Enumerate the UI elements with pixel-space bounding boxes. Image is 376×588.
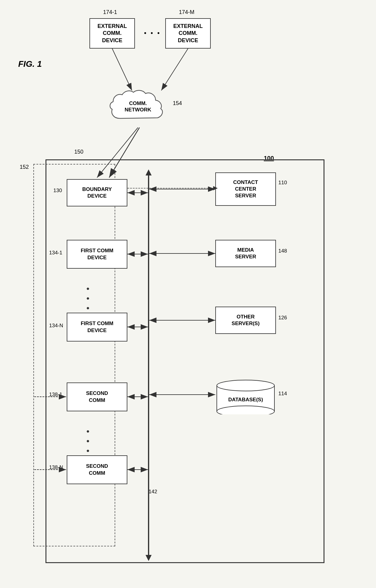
svg-line-10	[161, 49, 188, 90]
label-142: 142	[149, 489, 157, 495]
external-comm-device-1: EXTERNAL COMM. DEVICE	[89, 18, 135, 49]
database-box: DATABASE(S)	[215, 379, 276, 416]
media-server-box: MEDIA SERVER	[215, 240, 276, 267]
ellipsis-ext: • • •	[144, 29, 161, 37]
label-114: 114	[278, 391, 287, 397]
contact-center-server-box: CONTACT CENTER SERVER	[215, 172, 276, 206]
comm-network-label: COMM. NETWORK	[115, 100, 161, 113]
page: FIG. 1 174-1 174-M EXTERNAL COMM. DEVICE…	[0, 0, 376, 588]
label-148: 148	[278, 248, 287, 254]
svg-point-1	[217, 380, 274, 391]
label-134-1: 134-1	[49, 250, 62, 256]
other-servers-box: OTHER SERVER(S)	[215, 307, 276, 334]
label-152: 152	[20, 164, 29, 170]
svg-line-9	[112, 49, 132, 90]
label-130: 130	[53, 188, 62, 194]
first-comm-device-1-box: FIRST COMM DEVICE	[67, 240, 127, 269]
label-134-n: 134-N	[49, 323, 63, 329]
label-174-1: 174-1	[103, 9, 117, 15]
second-comm-1-box: SECOND COMM	[67, 382, 127, 411]
dots-first-comm: •••	[86, 284, 90, 313]
label-126: 126	[278, 315, 287, 321]
first-comm-device-n-box: FIRST COMM DEVICE	[67, 313, 127, 342]
boundary-device-box: BOUNDARY DEVICE	[67, 179, 127, 206]
label-154: 154	[173, 100, 182, 107]
label-138-1: 138-1	[49, 392, 62, 398]
label-110: 110	[278, 180, 287, 186]
label-138-n: 138-N	[49, 464, 63, 471]
external-comm-device-2: EXTERNAL COMM. DEVICE	[165, 18, 211, 49]
svg-point-2	[217, 406, 274, 414]
fig-label: FIG. 1	[18, 59, 42, 69]
second-comm-n-box: SECOND COMM	[67, 455, 127, 484]
label-150: 150	[74, 149, 83, 155]
svg-text:DATABASE(S): DATABASE(S)	[228, 397, 263, 403]
system-boundary-box	[45, 159, 324, 563]
label-174-m: 174-M	[179, 9, 194, 15]
dots-second-comm: •••	[86, 427, 90, 456]
